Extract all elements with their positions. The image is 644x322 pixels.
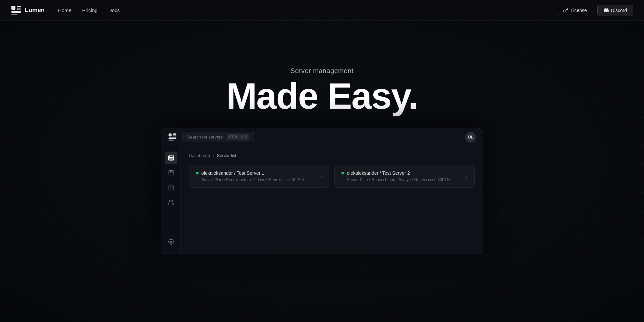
files-icon — [168, 170, 174, 176]
hero-title: Made Easy. — [226, 77, 418, 114]
servers-icon — [168, 155, 174, 161]
chevron-right-icon-1: › — [466, 174, 468, 179]
nav-links: Home Pricing Docs — [58, 7, 120, 13]
sidebar-icon-settings[interactable] — [165, 235, 177, 248]
sidebar-icon-files[interactable] — [165, 166, 177, 179]
app-main: Dashboard › Server list ol — [181, 146, 483, 254]
sidebar-icon-users[interactable] — [165, 196, 177, 209]
server-info-1: olekaleksander / Test Server 2 Server Pl… — [341, 170, 450, 182]
nav-item-docs[interactable]: Docs — [108, 7, 120, 13]
search-bar[interactable]: Search for servers CTRL + K — [182, 132, 254, 142]
hero-subtitle: Server management — [290, 67, 354, 75]
search-shortcut: CTRL + K — [227, 134, 249, 140]
server-card-0[interactable]: olekaleksander / Test Server 1 Server Pl… — [189, 165, 329, 188]
server-meta-1: Server Plan • Renew before: 5 days • Ren… — [341, 177, 450, 182]
license-label: License — [571, 8, 587, 13]
svg-point-14 — [169, 156, 170, 157]
logo-link[interactable]: Lumen — [11, 5, 45, 16]
svg-point-15 — [169, 158, 170, 159]
svg-rect-6 — [169, 133, 172, 136]
breadcrumb-current: Server list — [217, 153, 236, 158]
breadcrumb-parent: Dashboard — [189, 153, 210, 158]
nav-item-pricing[interactable]: Pricing — [82, 7, 98, 13]
app-logo-icon — [168, 133, 177, 142]
shop-icon — [168, 184, 174, 191]
servers-grid: olekaleksander / Test Server 1 Server Pl… — [189, 165, 475, 188]
discord-label: Discord — [611, 8, 627, 13]
app-topbar-left: Search for servers CTRL + K — [168, 132, 254, 142]
nav-link-pricing[interactable]: Pricing — [82, 7, 98, 13]
server-name-row-0: olekaleksander / Test Server 1 — [196, 170, 304, 176]
svg-rect-13 — [168, 159, 173, 160]
breadcrumb: Dashboard › Server list — [189, 153, 475, 158]
svg-point-17 — [169, 200, 171, 202]
server-name-1: olekaleksander / Test Server 2 — [347, 170, 410, 176]
navbar: Lumen Home Pricing Docs License — [0, 0, 644, 21]
app-sidebar — [161, 146, 181, 254]
app-body: Dashboard › Server list ol — [161, 146, 483, 254]
license-button[interactable]: License — [557, 5, 593, 16]
app-topbar-right: OL — [465, 132, 476, 143]
discord-icon — [604, 8, 609, 13]
server-meta-0: Server Plan • Renew before: 2 days • Ren… — [196, 177, 304, 182]
hero-section: Server management Made Easy. Search for … — [0, 0, 644, 254]
sidebar-icon-servers[interactable] — [165, 152, 177, 164]
svg-rect-2 — [17, 8, 21, 10]
app-topbar: Search for servers CTRL + K OL — [161, 128, 483, 146]
server-card-1[interactable]: olekaleksander / Test Server 2 Server Pl… — [334, 165, 475, 188]
nav-link-home[interactable]: Home — [58, 7, 71, 13]
breadcrumb-separator: › — [213, 153, 214, 158]
chevron-right-icon-0: › — [320, 174, 322, 179]
server-name-0: olekaleksander / Test Server 1 — [201, 170, 264, 176]
status-dot-1 — [341, 172, 344, 174]
logo-text: Lumen — [25, 7, 45, 14]
svg-rect-9 — [169, 137, 176, 139]
svg-rect-0 — [11, 6, 15, 10]
search-placeholder: Search for servers — [187, 135, 223, 140]
discord-button[interactable]: Discord — [597, 5, 633, 16]
key-icon — [563, 8, 568, 13]
svg-rect-1 — [17, 6, 21, 7]
mockup-card: Search for servers CTRL + K OL — [161, 128, 483, 254]
server-info-0: olekaleksander / Test Server 1 Server Pl… — [196, 170, 304, 182]
svg-point-18 — [170, 241, 172, 243]
svg-rect-3 — [11, 11, 21, 13]
nav-right: License Discord — [557, 5, 633, 16]
svg-rect-4 — [11, 14, 17, 15]
nav-left: Lumen Home Pricing Docs — [11, 5, 120, 16]
nav-link-docs[interactable]: Docs — [108, 7, 120, 13]
sidebar-icon-shop[interactable] — [165, 181, 177, 194]
server-name-row-1: olekaleksander / Test Server 2 — [341, 170, 450, 176]
status-dot-0 — [196, 172, 199, 174]
avatar[interactable]: OL — [465, 132, 476, 143]
logo-icon — [11, 5, 21, 16]
nav-item-home[interactable]: Home — [58, 7, 71, 13]
app-mockup: Search for servers CTRL + K OL — [161, 128, 483, 254]
svg-rect-10 — [169, 140, 174, 141]
users-icon — [168, 199, 174, 205]
svg-rect-7 — [173, 133, 176, 135]
svg-rect-8 — [173, 135, 176, 136]
settings-icon — [168, 239, 174, 245]
